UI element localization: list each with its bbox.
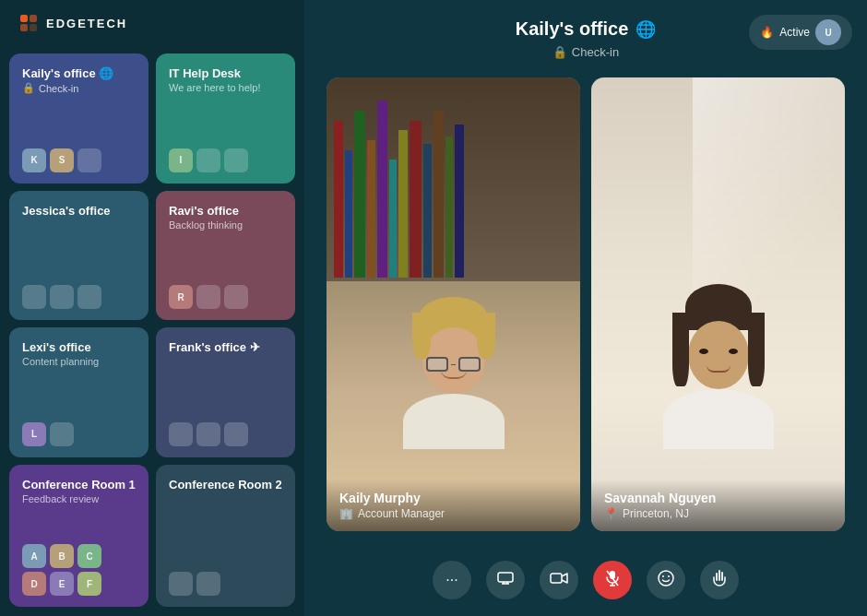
toolbar: ··· [304, 550, 867, 616]
mute-button[interactable] [593, 561, 632, 599]
room-subtitle: Backlog thinking [169, 219, 282, 231]
emoji-button[interactable] [647, 561, 685, 599]
room-subtitle: Content planning [22, 356, 136, 367]
main-content: 🔥 Active U Kaily's office 🌐 🔒 Check-in [304, 0, 867, 616]
room-title: Kaily's office 🌐 [516, 18, 657, 40]
room-subtitle: Feedback review [22, 493, 136, 504]
avatar-empty [224, 148, 248, 172]
avatar: B [50, 544, 74, 568]
avatar-empty [22, 285, 46, 309]
room-card-frank[interactable]: Frank's office ✈ [156, 327, 295, 457]
avatar-empty [196, 422, 220, 446]
avatar-empty [196, 148, 220, 172]
avatar-empty [50, 422, 74, 446]
room-card-kaily[interactable]: Kaily's office 🌐 🔒 Check-in K S [9, 53, 148, 184]
participant-meta: 🏢 Account Manager [339, 507, 567, 520]
more-options-button[interactable]: ··· [433, 561, 471, 599]
room-name: Lexi's office [22, 340, 136, 354]
lock-icon: 🔒 [552, 45, 567, 59]
screen-icon [497, 572, 514, 588]
participant-name: Savannah Nguyen [604, 491, 832, 505]
video-grid: Kaily Murphy 🏢 Account Manager [304, 59, 867, 550]
svg-point-15 [668, 575, 670, 577]
lock-icon: 🔒 [22, 82, 35, 94]
avatar: A [22, 544, 46, 568]
participant-meta: 📍 Princeton, NJ [604, 507, 832, 520]
avatars-row: L [22, 422, 136, 446]
checkin-text: Check-in [572, 45, 619, 59]
avatar: K [22, 148, 46, 172]
sidebar-header: EDGETECH [0, 0, 304, 46]
avatars-row: R [169, 285, 282, 309]
svg-rect-1 [30, 15, 37, 22]
room-name: Ravi's office [169, 204, 282, 218]
emoji-icon [658, 570, 674, 590]
room-name: Frank's office ✈ [169, 340, 282, 354]
avatar: C [77, 544, 101, 568]
avatars-row: K S [22, 148, 136, 172]
room-card-jessica[interactable]: Jessica's office [9, 191, 148, 321]
avatars-row: I [169, 148, 282, 172]
svg-point-14 [662, 575, 664, 577]
avatar-empty [50, 285, 74, 309]
svg-rect-0 [20, 15, 28, 22]
avatar: S [50, 148, 74, 172]
avatar-empty [196, 285, 220, 309]
avatar-empty [224, 285, 248, 309]
participant-meta-text: Princeton, NJ [623, 507, 689, 520]
rooms-grid: Kaily's office 🌐 🔒 Check-in K S IT Help … [0, 46, 304, 616]
avatars-row [169, 572, 282, 596]
avatar-empty [196, 572, 220, 596]
avatar: L [22, 422, 46, 446]
participant-meta-text: Account Manager [358, 507, 445, 520]
video-info-kaily: Kaily Murphy 🏢 Account Manager [327, 480, 580, 531]
avatars-row [22, 285, 136, 309]
avatar-empty [77, 285, 101, 309]
avatars-row [169, 422, 282, 446]
avatar: D [22, 572, 46, 596]
mic-muted-icon [606, 570, 619, 590]
video-info-savannah: Savannah Nguyen 📍 Princeton, NJ [591, 480, 845, 531]
room-name: Conference Room 2 [169, 478, 282, 492]
more-icon: ··· [445, 572, 457, 588]
avatar-empty [224, 422, 248, 446]
avatar: E [50, 572, 74, 596]
svg-rect-2 [20, 24, 28, 31]
room-card-it[interactable]: IT Help Desk We are here to help! I [156, 53, 295, 184]
edgetech-logo-icon [18, 13, 39, 33]
room-card-conf1[interactable]: Conference Room 1 Feedback review A B C … [9, 465, 148, 608]
room-name: Jessica's office [22, 204, 136, 218]
avatars-row-2: D E F [22, 572, 136, 596]
sidebar: EDGETECH Kaily's office 🌐 🔒 Check-in K S… [0, 0, 304, 616]
avatars-row: A B C [22, 544, 136, 568]
camera-icon [550, 572, 568, 588]
svg-rect-8 [551, 574, 562, 583]
room-name: Kaily's office 🌐 [22, 66, 136, 80]
video-card-savannah: Savannah Nguyen 📍 Princeton, NJ [591, 77, 845, 531]
raise-hand-button[interactable] [700, 561, 739, 599]
hand-icon [712, 570, 727, 590]
room-card-conf2[interactable]: Conference Room 2 [156, 465, 295, 608]
avatar-empty [169, 422, 193, 446]
status-badge: 🔥 Active U [749, 15, 852, 50]
user-avatar: U [815, 19, 841, 45]
status-label: Active [779, 26, 810, 39]
checkin-label: Check-in [39, 83, 78, 94]
screen-share-button[interactable] [486, 561, 525, 599]
checkin-row: 🔒 Check-in [22, 82, 136, 94]
globe-icon: 🌐 [635, 19, 656, 40]
svg-point-13 [659, 571, 673, 586]
room-title-text: Kaily's office [516, 18, 629, 40]
location-icon: 📍 [604, 507, 618, 520]
room-card-ravi[interactable]: Ravi's office Backlog thinking R [156, 191, 295, 321]
briefcase-icon: 🏢 [339, 507, 353, 520]
flame-icon: 🔥 [760, 26, 774, 39]
room-name: Conference Room 1 [22, 478, 136, 492]
avatar-empty [169, 572, 193, 596]
room-card-lexi[interactable]: Lexi's office Content planning L [9, 327, 148, 457]
avatar: F [77, 572, 101, 596]
avatar-empty [77, 148, 101, 172]
room-name: IT Help Desk [169, 66, 282, 80]
checkin-status: 🔒 Check-in [552, 45, 619, 59]
camera-button[interactable] [540, 561, 578, 599]
